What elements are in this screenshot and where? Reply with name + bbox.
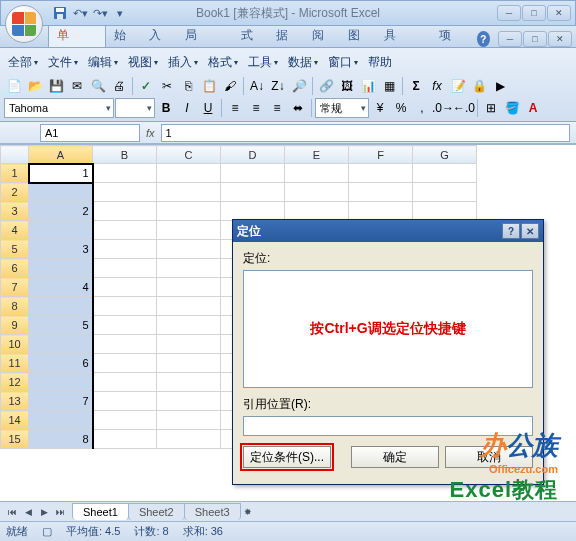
mdi-restore-button[interactable]: □ xyxy=(523,31,547,47)
open-icon[interactable]: 📂 xyxy=(25,76,45,96)
cell-B2[interactable] xyxy=(93,183,157,202)
cell-B4[interactable] xyxy=(93,221,157,240)
sheet-tab-1[interactable]: Sheet1 xyxy=(72,503,129,520)
ok-button[interactable]: 确定 xyxy=(351,446,439,468)
cell-B8[interactable] xyxy=(93,297,157,316)
cell-F3[interactable] xyxy=(349,202,413,221)
bold-icon[interactable]: B xyxy=(156,98,176,118)
col-header-B[interactable]: B xyxy=(93,146,157,164)
cell-C9[interactable] xyxy=(157,316,221,335)
cell-G3[interactable] xyxy=(413,202,477,221)
cell-C14[interactable] xyxy=(157,411,221,430)
menu-all[interactable]: 全部▾ xyxy=(4,52,42,73)
font-size-select[interactable] xyxy=(115,98,155,118)
row-header-8[interactable]: 8 xyxy=(1,297,29,316)
cell-B10[interactable] xyxy=(93,335,157,354)
cell-C11[interactable] xyxy=(157,354,221,373)
name-box[interactable]: A1 xyxy=(40,124,140,142)
sheet-tab-3[interactable]: Sheet3 xyxy=(184,503,241,520)
cut-icon[interactable]: ✂ xyxy=(157,76,177,96)
new-icon[interactable]: 📄 xyxy=(4,76,24,96)
cell-B7[interactable] xyxy=(93,278,157,297)
col-header-E[interactable]: E xyxy=(285,146,349,164)
menu-tools[interactable]: 工具▾ xyxy=(244,52,282,73)
cell-F2[interactable] xyxy=(349,183,413,202)
menu-format[interactable]: 格式▾ xyxy=(204,52,242,73)
sheet-tab-2[interactable]: Sheet2 xyxy=(128,503,185,520)
cell-B6[interactable] xyxy=(93,259,157,278)
menu-help[interactable]: 帮助 xyxy=(364,52,396,73)
picture-icon[interactable]: 🖼 xyxy=(337,76,357,96)
cell-A15[interactable]: 8 xyxy=(29,430,93,449)
cell-B11[interactable] xyxy=(93,354,157,373)
protect-icon[interactable]: 🔒 xyxy=(469,76,489,96)
tab-nav-next-icon[interactable]: ▶ xyxy=(36,504,52,520)
function-icon[interactable]: fx xyxy=(427,76,447,96)
cell-C13[interactable] xyxy=(157,392,221,411)
dialog-help-button[interactable]: ? xyxy=(502,223,520,239)
tab-nav-first-icon[interactable]: ⏮ xyxy=(4,504,20,520)
cell-A2[interactable] xyxy=(29,183,93,202)
print-preview-icon[interactable]: 🔍 xyxy=(88,76,108,96)
cell-A14[interactable] xyxy=(29,411,93,430)
decrease-decimal-icon[interactable]: ←.0 xyxy=(454,98,474,118)
hyperlink-icon[interactable]: 🔗 xyxy=(316,76,336,96)
menu-insert[interactable]: 插入▾ xyxy=(164,52,202,73)
cell-C2[interactable] xyxy=(157,183,221,202)
currency-icon[interactable]: ¥ xyxy=(370,98,390,118)
save-icon[interactable] xyxy=(51,4,69,22)
font-color-icon[interactable]: A xyxy=(523,98,543,118)
row-header-4[interactable]: 4 xyxy=(1,221,29,240)
col-header-G[interactable]: G xyxy=(413,146,477,164)
row-header-6[interactable]: 6 xyxy=(1,259,29,278)
cell-C8[interactable] xyxy=(157,297,221,316)
cell-E2[interactable] xyxy=(285,183,349,202)
cell-C4[interactable] xyxy=(157,221,221,240)
cell-A10[interactable] xyxy=(29,335,93,354)
row-header-12[interactable]: 12 xyxy=(1,373,29,392)
fill-color-icon[interactable]: 🪣 xyxy=(502,98,522,118)
col-header-C[interactable]: C xyxy=(157,146,221,164)
cell-A12[interactable] xyxy=(29,373,93,392)
special-button[interactable]: 定位条件(S)... xyxy=(243,446,331,468)
comment-icon[interactable]: 📝 xyxy=(448,76,468,96)
col-header-A[interactable]: A xyxy=(29,146,93,164)
cell-E1[interactable] xyxy=(285,164,349,183)
tab-nav-last-icon[interactable]: ⏭ xyxy=(52,504,68,520)
cell-G1[interactable] xyxy=(413,164,477,183)
percent-icon[interactable]: % xyxy=(391,98,411,118)
pivot-icon[interactable]: ▦ xyxy=(379,76,399,96)
row-header-7[interactable]: 7 xyxy=(1,278,29,297)
cell-A9[interactable]: 5 xyxy=(29,316,93,335)
merge-icon[interactable]: ⬌ xyxy=(288,98,308,118)
cancel-button[interactable]: 取消 xyxy=(445,446,533,468)
insert-sheet-icon[interactable]: ✸ xyxy=(240,504,256,520)
goto-list[interactable]: 按Ctrl+G调选定位快捷键 xyxy=(243,270,533,388)
sort-asc-icon[interactable]: A↓ xyxy=(247,76,267,96)
menu-view[interactable]: 视图▾ xyxy=(124,52,162,73)
cell-C3[interactable] xyxy=(157,202,221,221)
qat-dropdown-icon[interactable]: ▾ xyxy=(111,4,129,22)
menu-data[interactable]: 数据▾ xyxy=(284,52,322,73)
copy-icon[interactable]: ⎘ xyxy=(178,76,198,96)
cell-D1[interactable] xyxy=(221,164,285,183)
office-button[interactable] xyxy=(5,5,43,43)
maximize-button[interactable]: □ xyxy=(522,5,546,21)
row-header-13[interactable]: 13 xyxy=(1,392,29,411)
number-format-select[interactable]: 常规 xyxy=(315,98,369,118)
help-icon[interactable]: ? xyxy=(477,31,490,47)
mail-icon[interactable]: ✉ xyxy=(67,76,87,96)
formula-bar[interactable]: 1 xyxy=(161,124,570,142)
cell-D3[interactable] xyxy=(221,202,285,221)
cell-A11[interactable]: 6 xyxy=(29,354,93,373)
cell-A3[interactable]: 2 xyxy=(29,202,93,221)
row-header-11[interactable]: 11 xyxy=(1,354,29,373)
reference-input[interactable] xyxy=(243,416,533,436)
cell-A5[interactable]: 3 xyxy=(29,240,93,259)
close-button[interactable]: ✕ xyxy=(547,5,571,21)
fx-icon[interactable]: fx xyxy=(146,127,155,139)
select-all-cell[interactable] xyxy=(1,146,29,164)
cell-A6[interactable] xyxy=(29,259,93,278)
italic-icon[interactable]: I xyxy=(177,98,197,118)
col-header-D[interactable]: D xyxy=(221,146,285,164)
